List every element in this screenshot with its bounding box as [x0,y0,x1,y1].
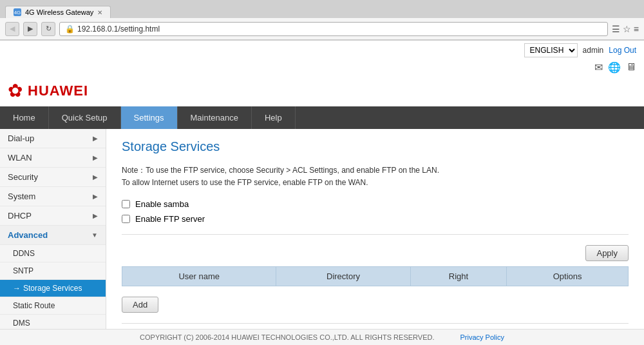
reader-icon[interactable]: ☰ [612,24,620,34]
sidebar-subitem-dms[interactable]: DMS [0,315,106,329]
nav-settings[interactable]: Settings [121,106,178,129]
chevron-down-icon: ▼ [91,232,98,239]
sidebar-item-dhcp[interactable]: DHCP ▶ [0,206,106,226]
browser-tab[interactable]: 4G 4G Wireless Gateway ✕ [5,6,111,18]
email-icon[interactable]: ✉ [594,61,603,74]
logo-area: ✿ HUAWEI [8,80,88,101]
tab-close-button[interactable]: ✕ [97,9,102,16]
table-header-row: User name Directory Right Options [122,267,629,286]
browser-toolbar: ◀ ▶ ↻ 🔒 192.168.0.1/setting.html ☰ ☆ ≡ [0,18,644,40]
browser-tabs: 4G 4G Wireless Gateway ✕ [0,0,644,18]
page-wrapper: 4G 4G Wireless Gateway ✕ ◀ ▶ ↻ 🔒 192.168… [0,0,644,345]
favicon-icon: 4G [14,8,21,16]
forward-button[interactable]: ▶ [23,22,37,36]
top-right-bar: ENGLISH admin Log Out [0,41,644,60]
nav-maintenance[interactable]: Maintenance [178,106,252,129]
page-footer: COPYRIGHT (C) 2006-2014 HUAWEI TECHNOLOG… [0,329,644,345]
nav-help[interactable]: Help [252,106,296,129]
sidebar-item-advanced[interactable]: Advanced ▼ [0,226,106,245]
add-btn-row: Add [122,297,629,313]
globe-icon[interactable]: 🌐 [608,61,621,74]
users-table: User name Directory Right Options [122,266,629,286]
address-bar[interactable]: 🔒 192.168.0.1/setting.html [59,22,608,36]
arrow-indicator: → [13,284,21,293]
padlock-icon: 🔒 [65,25,75,34]
note-box: Note：To use the FTP service, choose Secu… [122,164,629,189]
ftp-label: Enable FTP server [135,214,205,224]
back-button[interactable]: ◀ [5,22,19,36]
samba-checkbox[interactable] [122,200,130,208]
content-wrapper: Dial-up ▶ WLAN ▶ Security ▶ System ▶ DHC… [0,129,644,329]
tab-title: 4G Wireless Gateway [25,8,93,16]
sidebar: Dial-up ▶ WLAN ▶ Security ▶ System ▶ DHC… [0,129,106,329]
samba-checkbox-row: Enable samba [122,199,629,209]
nav-quicksetup[interactable]: Quick Setup [49,106,121,129]
apply-btn-row-1: Apply [122,245,629,261]
menu-icon[interactable]: ≡ [634,24,639,34]
col-username: User name [122,267,276,286]
nav-menu: Home Quick Setup Settings Maintenance He… [0,106,644,129]
note-line-1: Note：To use the FTP service, choose Secu… [122,164,629,177]
logout-button[interactable]: Log Out [609,46,636,55]
nav-home[interactable]: Home [0,106,49,129]
sidebar-subitem-staticroute[interactable]: Static Route [0,297,106,315]
copyright-text: COPYRIGHT (C) 2006-2014 HUAWEI TECHNOLOG… [140,333,434,341]
sidebar-subitem-sntp[interactable]: SNTP [0,262,106,280]
ftp-checkbox[interactable] [122,215,130,223]
sidebar-item-dialup[interactable]: Dial-up ▶ [0,129,106,148]
company-name: HUAWEI [28,83,88,99]
monitor-icon[interactable]: 🖥 [626,61,636,74]
chevron-right-icon: ▶ [93,193,98,200]
sidebar-subitem-ddns[interactable]: DDNS [0,245,106,262]
apply-button-1[interactable]: Apply [585,245,629,261]
top-icons-bar: ✉ 🌐 🖥 [0,60,644,75]
page-header: ✿ HUAWEI [0,75,644,106]
main-content: Storage Services Note：To use the FTP ser… [106,129,644,329]
bookmark-icon[interactable]: ☆ [623,24,631,34]
sidebar-subitem-storage[interactable]: →Storage Services [0,280,106,297]
col-directory: Directory [276,267,410,286]
page-title: Storage Services [122,139,629,154]
browser-icons: ☰ ☆ ≡ [612,24,639,34]
samba-label: Enable samba [135,199,189,209]
note-line-2: To allow Internet users to use the FTP s… [122,177,629,189]
huawei-logo-icon: ✿ [8,80,23,101]
chevron-right-icon: ▶ [93,212,98,219]
privacy-policy-link[interactable]: Privacy Policy [460,333,504,341]
add-button[interactable]: Add [122,297,158,313]
chevron-right-icon: ▶ [93,154,98,161]
chevron-right-icon: ▶ [93,173,98,181]
sidebar-item-system[interactable]: System ▶ [0,187,106,206]
address-text: 192.168.0.1/setting.html [77,25,160,34]
divider-1 [122,234,629,235]
language-select[interactable]: ENGLISH [524,43,578,57]
refresh-button[interactable]: ↻ [41,22,55,36]
browser-chrome: 4G 4G Wireless Gateway ✕ ◀ ▶ ↻ 🔒 192.168… [0,0,644,41]
divider-2 [122,323,629,324]
sidebar-item-security[interactable]: Security ▶ [0,168,106,187]
col-right: Right [410,267,507,286]
col-options: Options [507,267,629,286]
username-label: admin [583,46,604,55]
sidebar-item-wlan[interactable]: WLAN ▶ [0,148,106,168]
ftp-checkbox-row: Enable FTP server [122,214,629,224]
chevron-right-icon: ▶ [93,135,98,142]
